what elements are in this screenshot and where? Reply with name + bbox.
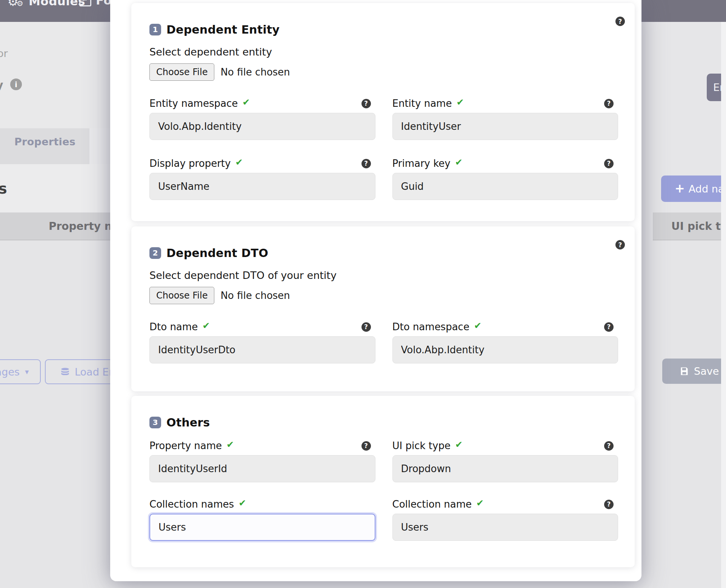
field-collection-names: Collection names✔ <box>149 498 375 541</box>
field-entity-name: Entity name✔ ? <box>392 97 618 140</box>
save-floppy-icon <box>679 366 689 376</box>
field-property-name: Property name✔ ? <box>149 440 375 482</box>
field-ui-pick-type: UI pick type✔ ? <box>392 440 618 482</box>
field-label: Collection names <box>149 499 234 510</box>
field-collection-name: Collection name✔ ? <box>392 498 618 541</box>
nav-item-modules: ⚙ ⚙ Modules <box>8 0 85 9</box>
section-dependent-entity: ? 1 Dependent Entity Select dependent en… <box>131 3 635 221</box>
help-icon-ui-pick-type[interactable]: ? <box>604 441 614 451</box>
background-page-right: En + Add na UI pick typ Save <box>653 22 726 588</box>
save-button: Save <box>662 359 726 384</box>
modules-gears-icon: ⚙ ⚙ <box>8 0 24 9</box>
collection-name-input[interactable] <box>392 514 618 541</box>
field-dto-name: Dto name✔ ? <box>149 321 375 363</box>
help-icon-display-property[interactable]: ? <box>361 159 371 168</box>
field-label: UI pick type <box>392 440 451 451</box>
clipped-text-s: s <box>0 180 7 197</box>
add-button-label: Add na <box>689 183 724 195</box>
valid-check-icon: ✔ <box>474 320 481 331</box>
choose-file-button[interactable]: Choose File <box>149 287 214 304</box>
entity-name-input[interactable] <box>392 113 618 140</box>
help-icon-primary-key[interactable]: ? <box>604 159 614 168</box>
help-icon-entity-name[interactable]: ? <box>604 99 614 108</box>
field-label: Entity name <box>392 98 452 109</box>
primary-key-input[interactable] <box>392 173 618 200</box>
clipped-text-or: or <box>0 48 8 59</box>
help-icon-dto-name[interactable]: ? <box>361 322 371 332</box>
valid-check-icon: ✔ <box>476 498 484 508</box>
load-entities-button: Load En <box>45 359 110 384</box>
section-title: Dependent Entity <box>166 23 280 36</box>
step-1-badge: 1 <box>149 24 161 35</box>
form-icon <box>79 0 91 6</box>
field-entity-namespace: Entity namespace✔ ? <box>149 97 375 140</box>
no-file-chosen-text: No file chosen <box>220 66 290 78</box>
property-name-input[interactable] <box>149 455 375 482</box>
info-icon: i <box>10 79 22 90</box>
entity-namespace-input[interactable] <box>149 113 375 140</box>
clipped-text-y: y <box>0 79 3 92</box>
help-icon-collection-name[interactable]: ? <box>604 500 614 509</box>
dto-namespace-input[interactable] <box>392 336 618 363</box>
section-heading: 1 Dependent Entity <box>149 23 618 36</box>
help-icon-entity-namespace[interactable]: ? <box>361 99 371 108</box>
tab-properties-label: Properties <box>14 136 75 148</box>
table-header-left: Property na <box>0 212 110 240</box>
field-label: Dto name <box>149 321 198 332</box>
valid-check-icon: ✔ <box>455 439 463 450</box>
entity-file-input: Choose File No file chosen <box>149 63 618 81</box>
valid-check-icon: ✔ <box>242 97 250 108</box>
help-icon-dependent-dto[interactable]: ? <box>615 240 625 249</box>
pages-button-label: ages <box>0 366 20 378</box>
section-heading: 2 Dependent DTO <box>149 246 618 260</box>
choose-file-button[interactable]: Choose File <box>149 63 214 81</box>
collection-names-input[interactable] <box>149 514 375 541</box>
caret-down-icon: ▾ <box>25 367 29 376</box>
nav-modules-label: Modules <box>29 0 85 8</box>
display-property-input[interactable] <box>149 173 375 200</box>
add-navigation-button: + Add na <box>661 175 726 202</box>
step-3-badge: 3 <box>149 417 161 428</box>
step-2-badge: 2 <box>149 247 161 259</box>
field-label: Dto namespace <box>392 321 469 332</box>
valid-check-icon: ✔ <box>226 439 234 450</box>
table-rows-area-right <box>653 240 726 588</box>
field-dto-namespace: Dto namespace✔ ? <box>392 321 618 363</box>
table-header-right: UI pick typ <box>653 212 726 240</box>
table-header-property-name: Property na <box>49 220 110 232</box>
page-scrollbar[interactable] <box>721 22 726 588</box>
field-display-property: Display property✔ ? <box>149 157 375 200</box>
valid-check-icon: ✔ <box>238 498 246 508</box>
plus-icon: + <box>675 181 685 195</box>
save-button-label: Save <box>694 365 719 377</box>
table-header-ui-pick-type: UI pick typ <box>671 220 726 232</box>
field-label: Entity namespace <box>149 98 238 109</box>
field-label: Primary key <box>392 158 451 169</box>
load-entities-label: Load En <box>75 366 110 378</box>
valid-check-icon: ✔ <box>455 157 463 168</box>
dependent-entity-modal: ? 1 Dependent Entity Select dependent en… <box>110 0 641 581</box>
background-page-left: or y i Properties s Property na ages ▾ L… <box>0 22 110 588</box>
valid-check-icon: ✔ <box>235 157 243 168</box>
valid-check-icon: ✔ <box>456 97 464 108</box>
dto-name-input[interactable] <box>149 336 375 363</box>
help-icon-dto-namespace[interactable]: ? <box>604 322 614 332</box>
section-dependent-dto: ? 2 Dependent DTO Select dependent DTO o… <box>131 226 635 391</box>
dto-file-input: Choose File No file chosen <box>149 287 618 304</box>
select-dto-file-label: Select dependent DTO of your entity <box>149 269 618 282</box>
field-label: Collection name <box>392 499 472 510</box>
field-primary-key: Primary key✔ ? <box>392 157 618 200</box>
pages-dropdown-button: ages ▾ <box>0 359 41 384</box>
select-entity-file-label: Select dependent entity <box>149 46 618 58</box>
ui-pick-type-input[interactable] <box>392 455 618 482</box>
section-heading: 3 Others <box>149 416 618 429</box>
help-icon-property-name[interactable]: ? <box>361 441 371 451</box>
section-band <box>0 164 110 212</box>
field-label: Property name <box>149 440 222 451</box>
field-label: Display property <box>149 158 231 169</box>
section-others: 3 Others Property name✔ ? UI pick type✔ … <box>131 396 635 567</box>
valid-check-icon: ✔ <box>202 320 210 331</box>
section-title: Dependent DTO <box>166 246 268 260</box>
database-icon <box>60 367 70 377</box>
help-icon-dependent-entity[interactable]: ? <box>615 17 625 26</box>
